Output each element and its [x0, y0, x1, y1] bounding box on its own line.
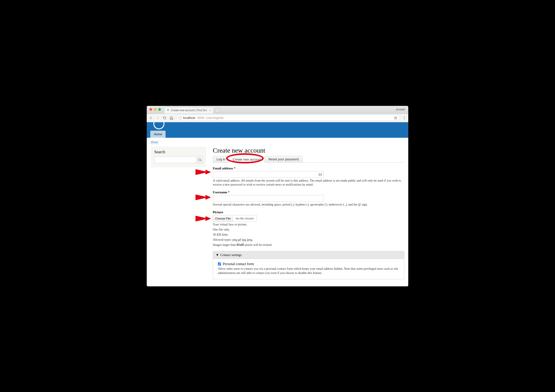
- new-tab-button[interactable]: [215, 108, 221, 113]
- caret-down-icon: ▼: [216, 253, 219, 257]
- picture-desc-2: One file only.: [213, 228, 404, 232]
- browser-window: Create new account | First Dru × prosper…: [147, 106, 408, 286]
- search-input[interactable]: [154, 157, 196, 163]
- svg-point-2: [404, 119, 405, 119]
- main-content: Create new account Log in Create new acc…: [213, 147, 404, 279]
- choose-file-button[interactable]: Choose File: [213, 215, 233, 221]
- email-label: Email address *: [213, 167, 404, 170]
- browser-tabbar: Create new account | First Dru × prosper: [147, 106, 408, 114]
- minimize-window-button[interactable]: [154, 108, 156, 111]
- site-header: Home: [147, 122, 408, 138]
- search-heading: Search: [154, 150, 203, 154]
- personal-contact-checkbox[interactable]: [218, 263, 221, 265]
- svg-point-6: [319, 174, 320, 175]
- personal-contact-label: Personal contact form: [223, 262, 254, 266]
- field-picture: Picture Choose File No file chosen Your …: [213, 210, 404, 247]
- search-button[interactable]: [197, 157, 203, 163]
- address-bar[interactable]: i localhost:8000/user/register: [176, 115, 400, 121]
- email-input[interactable]: [213, 171, 324, 178]
- svg-point-1: [404, 118, 405, 118]
- svg-point-0: [404, 116, 405, 117]
- home-icon[interactable]: [169, 116, 173, 120]
- email-description: A valid email address. All emails from t…: [213, 179, 404, 187]
- url-port: :8000: [197, 116, 204, 120]
- breadcrumb-home[interactable]: Home: [151, 140, 158, 144]
- username-description: Several special characters are allowed, …: [213, 203, 404, 207]
- picture-desc-4: Allowed types: png gif jpg jpeg.: [213, 238, 404, 242]
- profile-label[interactable]: prosper: [396, 108, 405, 111]
- picture-desc-1: Your virtual face or picture.: [213, 223, 404, 227]
- autofill-icon: [318, 172, 322, 177]
- page-title: Create new account: [213, 147, 404, 154]
- search-icon: [198, 158, 202, 161]
- browser-tab[interactable]: Create new account | First Dru ×: [164, 107, 214, 114]
- url-path: /user/register: [206, 116, 224, 120]
- breadcrumb: Home: [147, 138, 408, 145]
- window-controls: [149, 108, 161, 111]
- reload-icon[interactable]: [163, 116, 167, 120]
- tab-login[interactable]: Log in: [213, 156, 229, 162]
- url-host: localhost: [183, 116, 195, 120]
- search-block: Search: [151, 147, 206, 167]
- site-logo[interactable]: [153, 122, 164, 129]
- picture-file-input[interactable]: Choose File No file chosen: [213, 215, 257, 222]
- tab-reset-password[interactable]: Reset your password: [265, 156, 302, 162]
- maximize-window-button[interactable]: [158, 108, 161, 111]
- close-tab-icon[interactable]: ×: [210, 109, 212, 112]
- fieldset-contact-settings: ▼ Contact settings Personal contact form…: [213, 251, 404, 279]
- username-label: Username *: [213, 191, 404, 194]
- drupal-icon: [167, 109, 169, 112]
- username-input[interactable]: [213, 195, 324, 202]
- nav-tab-home[interactable]: Home: [150, 131, 166, 138]
- local-tabs: Log in Create new account Reset your pas…: [213, 156, 404, 163]
- picture-desc-3: 30 KB limit.: [213, 233, 404, 237]
- sidebar: Search: [151, 147, 206, 279]
- browser-toolbar: i localhost:8000/user/register: [147, 114, 408, 122]
- contact-description: Allow other users to contact you via a p…: [218, 267, 399, 275]
- bookmark-icon[interactable]: [394, 116, 397, 120]
- svg-point-3: [199, 159, 201, 161]
- back-icon[interactable]: [149, 116, 153, 120]
- tab-create-account[interactable]: Create new account: [229, 156, 265, 163]
- field-email: Email address * A valid email address. A…: [213, 167, 404, 187]
- picture-desc-5: Images larger than 85x85 pixels will be …: [213, 243, 404, 247]
- file-status: No file chosen: [233, 217, 256, 220]
- picture-label: Picture: [213, 210, 404, 214]
- contact-settings-legend[interactable]: ▼ Contact settings: [213, 251, 404, 259]
- page-viewport: Home Home Search Create new account: [147, 122, 408, 286]
- svg-rect-5: [319, 173, 322, 176]
- forward-icon[interactable]: [156, 116, 160, 120]
- tab-title: Create new account | First Dru: [171, 109, 207, 112]
- site-info-icon[interactable]: i: [178, 116, 182, 120]
- menu-icon[interactable]: [402, 116, 406, 120]
- close-window-button[interactable]: [149, 108, 152, 111]
- field-username: Username * Several special characters ar…: [213, 191, 404, 207]
